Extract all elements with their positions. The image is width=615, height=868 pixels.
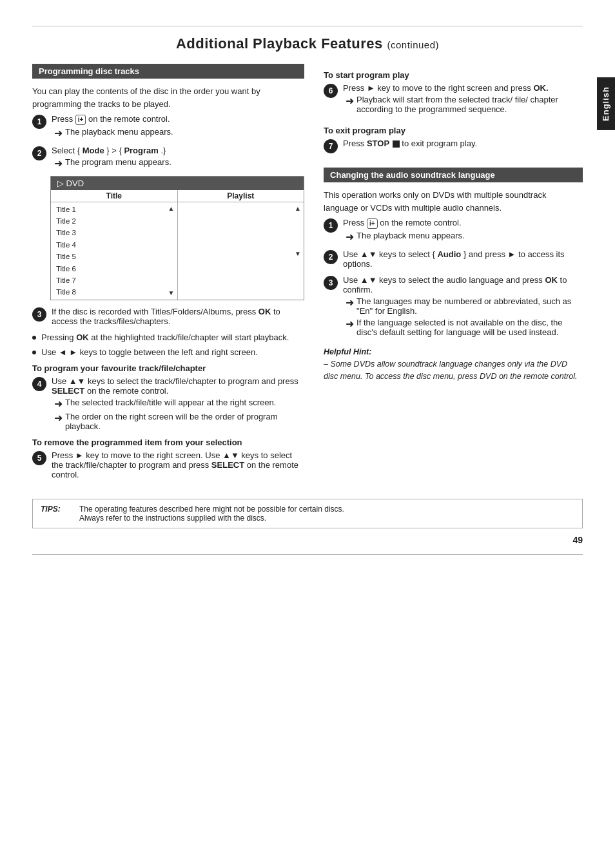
audio-step1-arrow-text: The playback menu appears. <box>356 231 465 240</box>
audio-step3-text: Use ▲▼ keys to select the audio language… <box>343 275 567 294</box>
audio-step2-text: Use ▲▼ keys to select { Audio } and pres… <box>343 249 565 269</box>
helpful-hint-title: Helpful Hint: <box>324 347 371 356</box>
helpful-hint-text: – Some DVDs allow soundtrack language ch… <box>324 360 577 381</box>
step6-arrow-text: Playback will start from the selected tr… <box>356 95 583 114</box>
dvd-col-title-body: ▲ ▼ Title 1 Title 2 Title 3 Title 4 Titl… <box>51 202 177 300</box>
bullet-2-text: Use ◄ ► keys to toggle between the left … <box>41 347 258 357</box>
subheading-exit: To exit program play <box>324 126 583 135</box>
section2-heading: Changing the audio soundtrack language <box>324 168 583 182</box>
dvd-title-5: Title 5 <box>56 251 172 262</box>
dvd-title-1: Title 1 <box>56 204 172 215</box>
dvd-title-2: Title 2 <box>56 215 172 227</box>
step-num-6: 6 <box>324 84 338 98</box>
bullet-1: Pressing OK at the highlighted track/fil… <box>32 333 304 342</box>
dvd-scroll-up-1[interactable]: ▲ ▼ <box>167 204 176 298</box>
step-5: 5 Press ► key to move to the right scree… <box>32 450 304 479</box>
columns: Programming disc tracks You can play the… <box>32 64 583 486</box>
step4-arrow1-text: The selected track/file/title will appea… <box>65 398 276 407</box>
helpful-hint: Helpful Hint: – Some DVDs allow soundtra… <box>324 346 583 383</box>
dvd-table: Title ▲ ▼ Title 1 Title 2 Title 3 Title … <box>51 190 304 300</box>
audio-step-3: 3 Use ▲▼ keys to select the audio langua… <box>324 275 583 337</box>
dvd-arrow-up[interactable]: ▲ <box>168 204 175 214</box>
dvd-col-playlist-body: ▲ ▼ <box>178 202 304 260</box>
step-4: 4 Use ▲▼ keys to select the track/file/c… <box>32 376 304 431</box>
subheading-remove: To remove the programmed item from your … <box>32 438 304 447</box>
dvd-arrow-up-2[interactable]: ▲ <box>295 204 301 214</box>
dvd-title-6: Title 6 <box>56 263 172 275</box>
tips-label: TIPS: <box>41 505 73 514</box>
dvd-arrow-down-2[interactable]: ▼ <box>295 249 301 259</box>
step7-text: Press STOP to exit program play. <box>343 139 477 148</box>
step-6: 6 Press ► key to move to the right scree… <box>324 83 583 114</box>
tips-text: The operating features described here mi… <box>79 505 344 523</box>
step-1: 1 Press i+ on the remote control. ➜ The … <box>32 114 304 139</box>
step-2-content: Select { Mode } > { Program .} ➜ The pro… <box>52 146 304 169</box>
dvd-box: ▷ DVD Title ▲ ▼ Title 1 Title 2 Title 3 <box>50 176 304 300</box>
i-plus-icon-2: i+ <box>367 218 378 229</box>
dvd-box-title: ▷ DVD <box>51 177 304 190</box>
dvd-title-8: Title 8 <box>56 286 172 298</box>
continued-label: (continued) <box>387 39 439 50</box>
audio-step-num-3: 3 <box>324 276 338 290</box>
step-3: 3 If the disc is recorded with Titles/Fo… <box>32 307 304 326</box>
bullet-dot-2 <box>32 351 36 354</box>
side-tab: English <box>597 77 615 130</box>
step-6-content: Press ► key to move to the right screen … <box>343 83 583 114</box>
audio-step-1-content: Press i+ on the remote control. ➜ The pl… <box>343 218 583 243</box>
step2-arrow: ➜ The program menu appears. <box>54 157 304 169</box>
step-num-5: 5 <box>32 451 46 465</box>
audio-step1-arrow: ➜ The playback menu appears. <box>346 231 583 243</box>
step-7-content: Press STOP to exit program play. <box>343 139 583 148</box>
step4-text: Use ▲▼ keys to select the track/file/cha… <box>52 376 298 396</box>
stop-icon <box>393 140 400 148</box>
step2-arrow-text: The program menu appears. <box>65 157 171 167</box>
step-7: 7 Press STOP to exit program play. <box>324 139 583 153</box>
dvd-arrow-down[interactable]: ▼ <box>168 288 175 298</box>
step4-arrow1: ➜ The selected track/file/title will app… <box>54 398 304 410</box>
audio-step3-arrow2: ➜ If the language selected is not availa… <box>346 318 583 337</box>
left-column: Programming disc tracks You can play the… <box>32 64 304 486</box>
step-3-content: If the disc is recorded with Titles/Fold… <box>52 307 304 326</box>
audio-step3-arrow1: ➜ The languages may be numbered or abbre… <box>346 296 583 316</box>
audio-step3-arrow2-text: If the language selected is not availabl… <box>356 318 583 337</box>
dvd-title-7: Title 7 <box>56 275 172 286</box>
right-column: To start program play 6 Press ► key to m… <box>324 64 583 486</box>
bottom-rule <box>32 554 583 555</box>
i-plus-icon: i+ <box>75 115 86 125</box>
dvd-title-4: Title 4 <box>56 239 172 251</box>
step4-arrow2: ➜ The order on the right screen will be … <box>54 412 304 431</box>
step1-arrow: ➜ The playback menu appears. <box>54 127 304 139</box>
section1-heading: Programming disc tracks <box>32 64 304 79</box>
step-1-content: Press i+ on the remote control. ➜ The pl… <box>52 114 304 139</box>
step-5-content: Press ► key to move to the right screen.… <box>52 450 304 479</box>
step4-arrow2-text: The order on the right screen will be th… <box>65 412 304 431</box>
subheading-start: To start program play <box>324 70 583 80</box>
section2-intro: This operation works only on DVDs with m… <box>324 189 583 214</box>
step-num-4: 4 <box>32 377 46 391</box>
bullet-2: Use ◄ ► keys to toggle between the left … <box>32 347 304 357</box>
bullet-1-text: Pressing OK at the highlighted track/fil… <box>41 333 289 342</box>
step6-text: Press ► key to move to the right screen … <box>343 83 549 93</box>
step-num-7: 7 <box>324 139 338 153</box>
step-4-content: Use ▲▼ keys to select the track/file/cha… <box>52 376 304 431</box>
dvd-col-title-header: Title <box>51 190 177 202</box>
dvd-title-3: Title 3 <box>56 227 172 238</box>
step-num-3: 3 <box>32 307 46 322</box>
step-num-2: 2 <box>32 146 46 160</box>
tips-box: TIPS: The operating features described h… <box>32 499 583 528</box>
dvd-col-playlist-header: Playlist <box>178 190 304 202</box>
audio-step1-text: Press i+ on the remote control. <box>343 218 462 227</box>
step1-arrow-text: The playback menu appears. <box>65 127 173 137</box>
step2-text: Select { Mode } > { Program .} <box>52 146 166 155</box>
audio-step-3-content: Use ▲▼ keys to select the audio language… <box>343 275 583 337</box>
audio-step-1: 1 Press i+ on the remote control. ➜ The … <box>324 218 583 243</box>
step3-text: If the disc is recorded with Titles/Fold… <box>52 307 280 326</box>
dvd-scroll-2[interactable]: ▲ ▼ <box>293 204 302 259</box>
step-num-1: 1 <box>32 115 46 129</box>
step-2: 2 Select { Mode } > { Program .} ➜ The p… <box>32 146 304 169</box>
dvd-col-title: Title ▲ ▼ Title 1 Title 2 Title 3 Title … <box>51 190 178 300</box>
step1-text: Press i+ on the remote control. <box>52 114 170 124</box>
audio-step3-arrow1-text: The languages may be numbered or abbrevi… <box>356 296 583 316</box>
step5-text: Press ► key to move to the right screen.… <box>52 450 298 479</box>
audio-step-2: 2 Use ▲▼ keys to select { Audio } and pr… <box>324 249 583 269</box>
